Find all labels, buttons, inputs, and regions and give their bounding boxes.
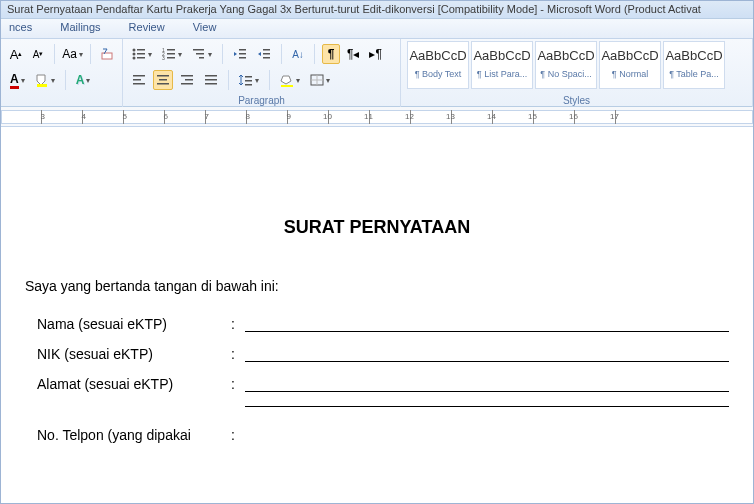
style-list-paragraph[interactable]: AaBbCcD¶ List Para... <box>471 41 533 89</box>
style-table-paragraph[interactable]: AaBbCcD¶ Table Pa... <box>663 41 725 89</box>
multilevel-list-button[interactable] <box>189 44 215 64</box>
field-nama: Nama (sesuai eKTP) : <box>25 316 729 332</box>
svg-rect-1 <box>37 84 47 87</box>
svg-rect-19 <box>239 57 246 59</box>
indent-icon <box>257 48 271 60</box>
label-alamat: Alamat (sesuai eKTP) <box>37 376 231 392</box>
ribbon: A▴ A▾ Aa A A 123 A↓ <box>1 39 753 107</box>
align-right-button[interactable] <box>177 70 197 90</box>
multilevel-icon <box>192 48 206 60</box>
bullets-icon <box>132 48 146 60</box>
svg-rect-34 <box>205 83 217 85</box>
align-right-icon <box>180 74 194 86</box>
svg-rect-13 <box>167 57 175 59</box>
ribbon-group-font-partial: A▴ A▾ Aa A A <box>1 39 123 107</box>
text-effects-button[interactable]: A <box>73 70 94 90</box>
svg-rect-26 <box>157 75 169 77</box>
svg-rect-21 <box>263 53 270 55</box>
align-center-button[interactable] <box>153 70 173 90</box>
ltr-button[interactable]: ¶◂ <box>344 44 362 64</box>
align-left-icon <box>132 74 146 86</box>
group-label-styles: Styles <box>401 95 752 106</box>
borders-button[interactable] <box>307 70 333 90</box>
align-justify-button[interactable] <box>201 70 221 90</box>
svg-rect-36 <box>245 80 252 82</box>
svg-rect-14 <box>193 49 204 51</box>
eraser-icon <box>101 47 113 61</box>
change-case-button[interactable]: Aa <box>62 44 84 64</box>
svg-rect-29 <box>181 75 193 77</box>
numbering-icon: 123 <box>162 48 176 60</box>
label-nama: Nama (sesuai eKTP) <box>37 316 231 332</box>
svg-rect-17 <box>239 49 246 51</box>
shrink-font-button[interactable]: A▾ <box>29 44 47 64</box>
bullets-button[interactable] <box>129 44 155 64</box>
intro-text: Saya yang bertanda tangan di bawah ini: <box>25 278 729 294</box>
paint-bucket-icon <box>280 73 294 87</box>
styles-gallery[interactable]: AaBbCcD¶ Body Text AaBbCcD¶ List Para...… <box>407 41 746 89</box>
svg-text:3: 3 <box>162 55 165 60</box>
svg-rect-5 <box>137 53 145 55</box>
svg-rect-33 <box>205 79 217 81</box>
svg-rect-27 <box>159 79 167 81</box>
document-page[interactable]: SURAT PERNYATAAN Saya yang bertanda tang… <box>1 127 753 503</box>
value-alamat <box>245 376 729 392</box>
svg-rect-11 <box>167 53 175 55</box>
svg-point-4 <box>133 53 136 56</box>
svg-rect-7 <box>137 57 145 59</box>
tab-references[interactable]: nces <box>9 21 32 36</box>
line-spacing-icon <box>239 74 253 86</box>
value-telpon <box>245 427 729 443</box>
svg-rect-9 <box>167 49 175 51</box>
value-nama <box>245 316 729 332</box>
highlight-button[interactable] <box>32 70 58 90</box>
decrease-indent-button[interactable] <box>230 44 250 64</box>
document-title: SURAT PERNYATAAN <box>25 217 729 238</box>
svg-rect-32 <box>205 75 217 77</box>
field-nik: NIK (sesuai eKTP) : <box>25 346 729 362</box>
window-titlebar: Surat Pernyataan Pendaftar Kartu Prakerj… <box>1 1 753 19</box>
sort-button[interactable]: A↓ <box>289 44 307 64</box>
increase-indent-button[interactable] <box>254 44 274 64</box>
align-justify-icon <box>204 74 218 86</box>
style-no-spacing[interactable]: AaBbCcD¶ No Spaci... <box>535 41 597 89</box>
style-body-text[interactable]: AaBbCcD¶ Body Text <box>407 41 469 89</box>
numbering-button[interactable]: 123 <box>159 44 185 64</box>
svg-rect-23 <box>133 75 145 77</box>
svg-rect-0 <box>102 53 112 59</box>
horizontal-ruler[interactable]: 34567891011121314151617 <box>1 107 753 127</box>
align-left-button[interactable] <box>129 70 149 90</box>
tab-review[interactable]: Review <box>129 21 165 36</box>
tab-mailings[interactable]: Mailings <box>60 21 100 36</box>
field-alamat: Alamat (sesuai eKTP) : <box>25 376 729 392</box>
svg-rect-20 <box>263 49 270 51</box>
font-color-button[interactable]: A <box>7 70 28 90</box>
borders-icon <box>310 74 324 86</box>
svg-rect-24 <box>133 79 141 81</box>
value-alamat-line2 <box>245 406 729 407</box>
clear-formatting-button[interactable] <box>98 44 116 64</box>
svg-rect-3 <box>137 49 145 51</box>
show-paragraph-marks-button[interactable]: ¶ <box>322 44 340 64</box>
svg-rect-16 <box>199 57 204 59</box>
highlight-icon <box>35 73 49 87</box>
align-center-icon <box>156 74 170 86</box>
tab-view[interactable]: View <box>193 21 217 36</box>
grow-font-button[interactable]: A▴ <box>7 44 25 64</box>
svg-point-6 <box>133 57 136 60</box>
field-telpon: No. Telpon (yang dipakai : <box>25 427 729 443</box>
ribbon-group-styles: AaBbCcD¶ Body Text AaBbCcD¶ List Para...… <box>401 39 753 107</box>
svg-rect-22 <box>263 57 270 59</box>
svg-rect-38 <box>281 85 293 87</box>
svg-rect-25 <box>133 83 145 85</box>
svg-rect-30 <box>185 79 193 81</box>
svg-rect-31 <box>181 83 193 85</box>
svg-rect-37 <box>245 84 252 86</box>
shading-button[interactable] <box>277 70 303 90</box>
svg-point-2 <box>133 49 136 52</box>
line-spacing-button[interactable] <box>236 70 262 90</box>
style-normal[interactable]: AaBbCcD¶ Normal <box>599 41 661 89</box>
rtl-button[interactable]: ▸¶ <box>366 44 384 64</box>
svg-rect-15 <box>196 53 204 55</box>
svg-rect-35 <box>245 76 252 78</box>
